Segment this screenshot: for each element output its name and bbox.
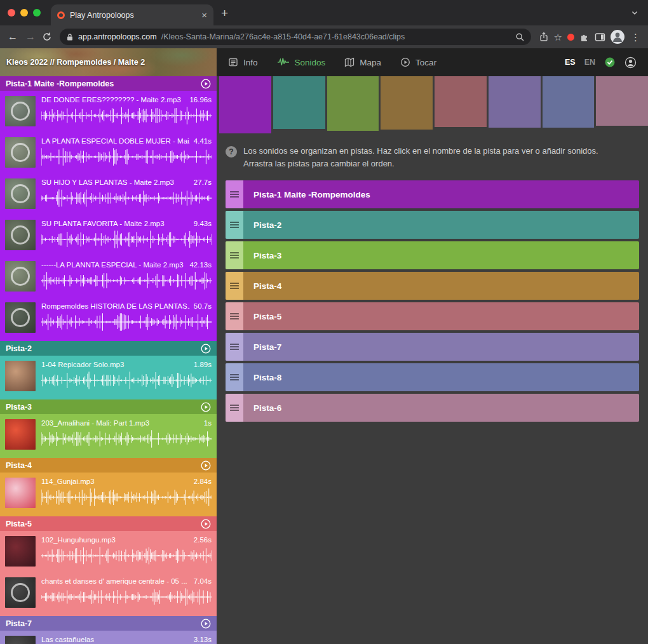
clip-name: 114_Gunjai.mp3 (41, 477, 190, 486)
clip-main: ------LA PLANNTA ESPECIAL - Maite 2.mp3 … (41, 256, 212, 297)
track-play-button[interactable] (201, 619, 211, 629)
clip-waveform (41, 271, 212, 290)
track-section: Pista-2 1-04 Repicador Solo.mp3 1.89s (0, 341, 217, 399)
extensions-puzzle-icon[interactable] (579, 32, 590, 42)
tab-info[interactable]: Info (228, 57, 258, 67)
tab-close-icon[interactable]: × (201, 10, 207, 20)
clip-item[interactable]: Las castañuelas 3.13s (0, 631, 217, 644)
account-icon[interactable] (624, 57, 637, 69)
drag-handle-icon[interactable] (226, 272, 243, 300)
clip-duration: 7.04s (194, 577, 212, 586)
clip-waveform (41, 546, 212, 565)
track-section: Pista-3 203_Amalihani - Mali: Part 1.mp3… (0, 399, 217, 458)
track-name: Pista-2 (6, 344, 201, 353)
track-color-column (381, 76, 433, 130)
bookmark-star-icon[interactable]: ☆ (554, 32, 562, 42)
clip-main: 114_Gunjai.mp3 2.84s (41, 473, 212, 514)
zoom-icon[interactable] (515, 32, 525, 42)
address-bar[interactable]: app.antropoloops.com /Kleos-Santa-Marina… (60, 29, 531, 45)
tab-sonidos-label: Sonidos (295, 58, 326, 67)
reload-button[interactable] (42, 32, 52, 42)
browser-menu-icon[interactable]: ⋮ (630, 32, 642, 42)
track-header[interactable]: Pista-5 (0, 516, 217, 531)
screen-recording-indicator[interactable] (567, 34, 574, 41)
clip-name: SU HIJO Y LAS PLANTAS - Maite 2.mp3 (41, 178, 190, 187)
track-section: Pista-4 114_Gunjai.mp3 2.84s (0, 458, 217, 516)
clip-item[interactable]: Rompemoldes HISTORIA DE LAS PLANTAS... 5… (0, 297, 217, 339)
close-window-button[interactable] (8, 9, 15, 17)
tab-sonidos[interactable]: Sonidos (277, 57, 326, 67)
drag-handle-icon[interactable] (226, 363, 243, 391)
clip-thumbnail (5, 577, 36, 608)
drag-handle-icon[interactable] (226, 333, 243, 361)
track-row[interactable]: Pista-1 Maite -Rompemoldes (226, 180, 639, 208)
track-color-column (219, 76, 271, 133)
side-panel-icon[interactable] (595, 32, 605, 42)
track-play-button[interactable] (201, 460, 211, 471)
tab-tocar[interactable]: Tocar (400, 57, 436, 67)
zoom-window-button[interactable] (33, 9, 41, 17)
clip-name: SU PLANTA FAVORITA - Maite 2.mp3 (41, 219, 190, 229)
help-text: Los sonidos se organizan en pistas. Haz … (243, 145, 623, 170)
lang-es-button[interactable]: ES (565, 58, 576, 67)
help-note: ? Los sonidos se organizan en pistas. Ha… (217, 135, 636, 170)
clip-item[interactable]: chants et danses d' amerique centrale - … (0, 572, 217, 614)
clip-duration: 9.43s (194, 219, 212, 229)
track-row[interactable]: Pista-3 (226, 241, 639, 269)
track-row[interactable]: Pista-7 (226, 333, 639, 361)
clip-duration: 2.56s (194, 535, 212, 545)
clip-item[interactable]: ------LA PLANNTA ESPECIAL - Maite 2.mp3 … (0, 256, 217, 297)
track-clips: 203_Amalihani - Mali: Part 1.mp3 1s (0, 414, 217, 458)
track-header[interactable]: Pista-7 (0, 616, 217, 631)
clip-item[interactable]: SU HIJO Y LAS PLANTAS - Maite 2.mp3 27.7… (0, 173, 217, 215)
minimize-window-button[interactable] (20, 9, 28, 17)
clip-item[interactable]: LA PLANTA ESPECIAL DOBLE MUJER - Mai... … (0, 132, 217, 173)
browser-window: Play Antropoloops × + ← → app.antropoloo… (0, 0, 648, 644)
clip-item[interactable]: 102_Hunguhungu.mp3 2.56s (0, 531, 217, 572)
clip-name: chants et danses d' amerique centrale - … (41, 577, 190, 586)
sync-check-icon[interactable] (604, 57, 616, 68)
back-button[interactable]: ← (6, 32, 19, 42)
drag-handle-icon[interactable] (226, 180, 243, 208)
track-row[interactable]: Pista-8 (226, 363, 639, 391)
clip-item[interactable]: 203_Amalihani - Mali: Part 1.mp3 1s (0, 414, 217, 455)
track-row[interactable]: Pista-6 (226, 394, 639, 422)
drag-handle-icon[interactable] (226, 241, 243, 269)
browser-tab[interactable]: Play Antropoloops × (51, 4, 213, 25)
track-header[interactable]: Pista-3 (0, 399, 217, 414)
breadcrumb[interactable]: Kleos 2022 // Rompemoldes / Maite 2 (0, 48, 217, 76)
help-icon: ? (226, 146, 237, 158)
lang-en-button[interactable]: EN (584, 58, 595, 67)
track-name: Pista-5 (6, 520, 201, 528)
tab-search-chevron-icon[interactable] (630, 8, 639, 17)
track-row[interactable]: Pista-4 (226, 272, 639, 300)
drag-handle-icon[interactable] (226, 211, 243, 239)
clip-thumbnail (5, 302, 36, 333)
track-header[interactable]: Pista-4 (0, 458, 217, 473)
drag-handle-icon[interactable] (226, 302, 243, 330)
clip-waveform (41, 429, 212, 448)
clip-item[interactable]: DE DONDE ERES???????? - Maite 2.mp3 16.9… (0, 91, 217, 132)
track-row[interactable]: Pista-5 (226, 302, 639, 330)
clip-item[interactable]: SU PLANTA FAVORITA - Maite 2.mp3 9.43s (0, 215, 217, 256)
track-play-button[interactable] (201, 79, 211, 89)
new-tab-button[interactable]: + (221, 7, 228, 19)
forward-button[interactable]: → (24, 32, 37, 42)
track-play-button[interactable] (201, 519, 211, 529)
profile-avatar[interactable] (611, 30, 624, 44)
track-color-columns (217, 76, 648, 135)
track-play-button[interactable] (201, 402, 211, 412)
drag-handle-icon[interactable] (226, 394, 243, 422)
track-header[interactable]: Pista-2 (0, 341, 217, 356)
track-play-button[interactable] (201, 344, 211, 354)
clip-item[interactable]: 1-04 Repicador Solo.mp3 1.89s (0, 356, 217, 397)
track-row-name: Pista-7 (243, 333, 281, 361)
clip-thumbnail (5, 478, 36, 508)
share-icon[interactable] (539, 32, 549, 42)
tab-mapa[interactable]: Mapa (344, 57, 381, 67)
track-header[interactable]: Pista-1 Maite -Rompemoldes (0, 76, 217, 91)
clip-thumbnail (5, 536, 36, 567)
clip-duration: 2.84s (194, 477, 212, 486)
track-row[interactable]: Pista-2 (226, 211, 639, 239)
clip-item[interactable]: 114_Gunjai.mp3 2.84s (0, 473, 217, 514)
